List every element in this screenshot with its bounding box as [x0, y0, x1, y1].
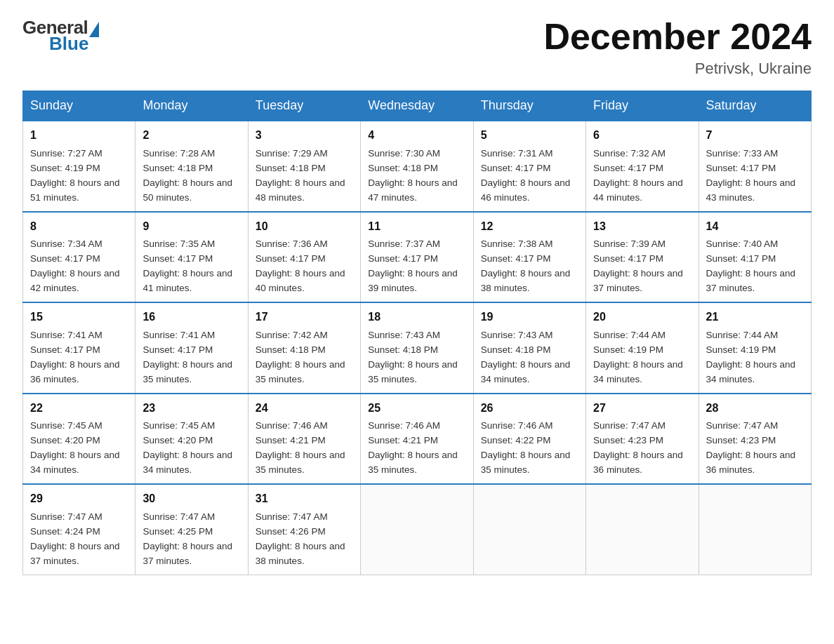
sunset-text: Sunset: 4:18 PM	[256, 344, 326, 355]
daylight-text: Daylight: 8 hours and 47 minutes.	[368, 177, 458, 203]
sunrise-text: Sunrise: 7:40 AM	[706, 239, 779, 249]
day-number: 14	[706, 218, 804, 236]
sunset-text: Sunset: 4:17 PM	[481, 253, 551, 264]
table-row: 7Sunrise: 7:33 AMSunset: 4:17 PMDaylight…	[699, 121, 811, 211]
table-row: 20Sunrise: 7:44 AMSunset: 4:19 PMDayligh…	[586, 302, 699, 393]
sunset-text: Sunset: 4:22 PM	[481, 435, 551, 445]
sunset-text: Sunset: 4:18 PM	[368, 344, 438, 355]
col-monday: Monday	[135, 91, 248, 121]
sunrise-text: Sunrise: 7:36 AM	[256, 239, 328, 249]
day-number: 13	[593, 218, 691, 236]
day-number: 8	[30, 218, 128, 236]
sunrise-text: Sunrise: 7:30 AM	[368, 148, 440, 159]
table-row: 27Sunrise: 7:47 AMSunset: 4:23 PMDayligh…	[586, 394, 699, 484]
day-number: 2	[143, 127, 240, 145]
day-number: 11	[368, 218, 465, 236]
table-row: 26Sunrise: 7:46 AMSunset: 4:22 PMDayligh…	[473, 394, 585, 484]
table-row: 16Sunrise: 7:41 AMSunset: 4:17 PMDayligh…	[135, 302, 248, 393]
day-number: 1	[30, 127, 128, 145]
day-number: 31	[256, 490, 353, 508]
sunrise-text: Sunrise: 7:33 AM	[706, 148, 779, 159]
table-row	[361, 484, 473, 575]
daylight-text: Daylight: 8 hours and 36 minutes.	[706, 450, 796, 475]
daylight-text: Daylight: 8 hours and 46 minutes.	[481, 177, 571, 203]
sunset-text: Sunset: 4:24 PM	[30, 526, 100, 537]
daylight-text: Daylight: 8 hours and 48 minutes.	[256, 177, 345, 203]
day-number: 26	[481, 400, 578, 417]
sunrise-text: Sunrise: 7:31 AM	[481, 148, 553, 159]
calendar-week-row: 8Sunrise: 7:34 AMSunset: 4:17 PMDaylight…	[23, 212, 812, 302]
sunset-text: Sunset: 4:17 PM	[30, 344, 100, 355]
day-number: 30	[143, 490, 240, 508]
day-number: 3	[256, 127, 353, 145]
day-number: 5	[481, 127, 578, 145]
sunrise-text: Sunrise: 7:45 AM	[30, 420, 102, 431]
calendar-header-row: Sunday Monday Tuesday Wednesday Thursday…	[23, 91, 812, 121]
day-number: 28	[706, 400, 804, 417]
sunrise-text: Sunrise: 7:29 AM	[256, 148, 328, 159]
day-number: 21	[706, 309, 804, 326]
daylight-text: Daylight: 8 hours and 35 minutes.	[143, 359, 232, 384]
sunrise-text: Sunrise: 7:43 AM	[481, 330, 553, 340]
sunrise-text: Sunrise: 7:47 AM	[706, 420, 779, 431]
table-row: 18Sunrise: 7:43 AMSunset: 4:18 PMDayligh…	[361, 302, 473, 393]
day-number: 16	[143, 309, 240, 326]
sunset-text: Sunset: 4:20 PM	[143, 435, 213, 445]
sunrise-text: Sunrise: 7:44 AM	[593, 330, 666, 340]
day-number: 25	[368, 400, 465, 417]
title-block: December 2024 Petrivsk, Ukraine	[543, 17, 812, 78]
table-row: 13Sunrise: 7:39 AMSunset: 4:17 PMDayligh…	[586, 212, 699, 302]
daylight-text: Daylight: 8 hours and 37 minutes.	[30, 541, 120, 566]
daylight-text: Daylight: 8 hours and 36 minutes.	[593, 450, 683, 475]
daylight-text: Daylight: 8 hours and 36 minutes.	[30, 359, 120, 384]
sunrise-text: Sunrise: 7:42 AM	[256, 330, 328, 340]
daylight-text: Daylight: 8 hours and 35 minutes.	[256, 450, 345, 475]
daylight-text: Daylight: 8 hours and 40 minutes.	[256, 268, 345, 293]
sunrise-text: Sunrise: 7:41 AM	[143, 330, 215, 340]
sunrise-text: Sunrise: 7:34 AM	[30, 239, 102, 249]
table-row: 3Sunrise: 7:29 AMSunset: 4:18 PMDaylight…	[248, 121, 360, 211]
daylight-text: Daylight: 8 hours and 35 minutes.	[368, 450, 458, 475]
table-row: 6Sunrise: 7:32 AMSunset: 4:17 PMDaylight…	[586, 121, 699, 211]
sunset-text: Sunset: 4:17 PM	[143, 344, 213, 355]
sunrise-text: Sunrise: 7:47 AM	[30, 511, 102, 522]
sunset-text: Sunset: 4:17 PM	[706, 253, 776, 264]
sunset-text: Sunset: 4:26 PM	[256, 526, 326, 537]
calendar-week-row: 22Sunrise: 7:45 AMSunset: 4:20 PMDayligh…	[23, 394, 812, 484]
table-row: 24Sunrise: 7:46 AMSunset: 4:21 PMDayligh…	[248, 394, 360, 484]
col-friday: Friday	[586, 91, 699, 121]
table-row: 17Sunrise: 7:42 AMSunset: 4:18 PMDayligh…	[248, 302, 360, 393]
logo-arrow-icon	[89, 22, 99, 37]
sunrise-text: Sunrise: 7:39 AM	[593, 239, 666, 249]
table-row: 25Sunrise: 7:46 AMSunset: 4:21 PMDayligh…	[361, 394, 473, 484]
sunrise-text: Sunrise: 7:32 AM	[593, 148, 666, 159]
daylight-text: Daylight: 8 hours and 41 minutes.	[143, 268, 232, 293]
col-wednesday: Wednesday	[361, 91, 473, 121]
sunrise-text: Sunrise: 7:46 AM	[481, 420, 553, 431]
day-number: 15	[30, 309, 128, 326]
sunset-text: Sunset: 4:19 PM	[593, 344, 663, 355]
daylight-text: Daylight: 8 hours and 37 minutes.	[706, 268, 796, 293]
daylight-text: Daylight: 8 hours and 42 minutes.	[30, 268, 120, 293]
sunrise-text: Sunrise: 7:43 AM	[368, 330, 440, 340]
day-number: 12	[481, 218, 578, 236]
table-row: 5Sunrise: 7:31 AMSunset: 4:17 PMDaylight…	[473, 121, 585, 211]
col-tuesday: Tuesday	[248, 91, 360, 121]
table-row: 15Sunrise: 7:41 AMSunset: 4:17 PMDayligh…	[23, 302, 135, 393]
day-number: 29	[30, 490, 128, 508]
day-number: 23	[143, 400, 240, 417]
sunrise-text: Sunrise: 7:46 AM	[256, 420, 328, 431]
sunset-text: Sunset: 4:17 PM	[593, 253, 663, 264]
daylight-text: Daylight: 8 hours and 37 minutes.	[143, 541, 232, 566]
sunset-text: Sunset: 4:23 PM	[593, 435, 663, 445]
sunset-text: Sunset: 4:19 PM	[706, 344, 776, 355]
table-row: 29Sunrise: 7:47 AMSunset: 4:24 PMDayligh…	[23, 484, 135, 575]
sunset-text: Sunset: 4:21 PM	[256, 435, 326, 445]
daylight-text: Daylight: 8 hours and 38 minutes.	[481, 268, 571, 293]
table-row: 22Sunrise: 7:45 AMSunset: 4:20 PMDayligh…	[23, 394, 135, 484]
sunset-text: Sunset: 4:18 PM	[143, 163, 213, 173]
table-row: 4Sunrise: 7:30 AMSunset: 4:18 PMDaylight…	[361, 121, 473, 211]
table-row	[699, 484, 811, 575]
daylight-text: Daylight: 8 hours and 34 minutes.	[30, 450, 120, 475]
daylight-text: Daylight: 8 hours and 43 minutes.	[706, 177, 796, 203]
